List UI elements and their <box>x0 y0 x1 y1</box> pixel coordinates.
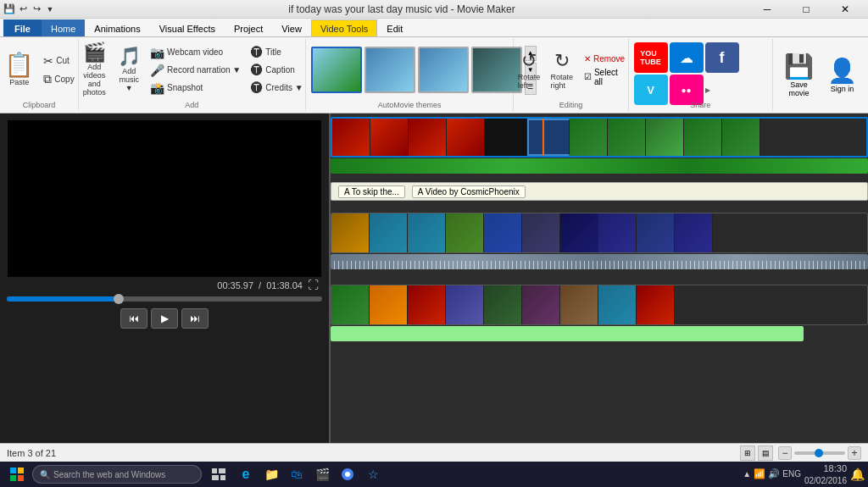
fast-forward-button[interactable]: ⏭ <box>181 308 209 329</box>
select-all-button[interactable]: ☑ Select all <box>581 66 628 88</box>
narration-button[interactable]: 🎤 Record narration ▼ <box>147 62 244 79</box>
save-movie-button[interactable]: 💾 Save movie <box>780 50 818 100</box>
f4-8 <box>598 285 637 324</box>
taskbar-media-icon[interactable]: 🎬 <box>310 462 334 486</box>
progress-thumb[interactable] <box>114 294 124 304</box>
snapshot-button[interactable]: 📸 Snapshot <box>147 80 244 97</box>
timeline-view-button[interactable]: ▤ <box>758 445 773 461</box>
caption-skip[interactable]: A To skip the... <box>338 185 405 198</box>
rewind-button[interactable]: ⏮ <box>120 308 147 329</box>
sign-in-icon: 👤 <box>827 57 857 85</box>
volume-icon[interactable]: 🔊 <box>768 468 780 479</box>
f3-4 <box>446 213 484 252</box>
timeline-panel[interactable]: A To skip the... A Video by CosmicPhoeni… <box>331 113 868 443</box>
qat-undo-icon[interactable]: ↩ <box>17 3 29 15</box>
rotate-group: ↺ Rotateleft ↻ Rotateright <box>514 47 577 92</box>
paste-button[interactable]: 📋 Paste <box>0 51 38 89</box>
add-videos-icon: 🎬 <box>83 43 106 62</box>
tab-visual-effects[interactable]: Visual Effects <box>150 19 225 36</box>
f4-6 <box>522 285 560 324</box>
add-content: 🎬 Add videosand photos 🎵 Addmusic ▼ 📷 We… <box>77 41 307 109</box>
tab-video-tools[interactable]: Video Tools <box>311 19 377 36</box>
zoom-control: − + <box>778 446 861 460</box>
taskbar-search[interactable]: 🔍 Search the web and Windows <box>32 465 202 484</box>
frame-5 <box>570 119 608 156</box>
taskbar-explorer-icon[interactable]: 📁 <box>259 462 283 486</box>
cut-button[interactable]: ✂ Cut <box>40 53 77 69</box>
fullscreen-icon[interactable]: ⛶ <box>308 279 319 291</box>
editing-content: ↺ Rotateleft ↻ Rotateright ✕ Remove ☑ Se… <box>514 41 628 109</box>
video-track-1[interactable] <box>331 117 868 158</box>
qat-dropdown-icon[interactable]: ▼ <box>44 3 56 15</box>
tab-edit[interactable]: Edit <box>377 19 412 36</box>
tab-view[interactable]: View <box>272 19 311 36</box>
audio-waveform-4-light <box>331 326 804 341</box>
qat-save-icon[interactable]: 💾 <box>3 3 15 15</box>
zoom-slider[interactable] <box>794 451 845 455</box>
title-button[interactable]: 🅣 Title <box>248 44 306 61</box>
tab-home[interactable]: Home <box>42 19 85 36</box>
caption-cosmic[interactable]: A Video by CosmicPhoenix <box>412 185 526 198</box>
play-button[interactable]: ▶ <box>151 308 178 329</box>
close-button[interactable]: ✕ <box>826 0 865 19</box>
tab-animations[interactable]: Animations <box>85 19 149 36</box>
notification-icon[interactable]: 🔔 <box>850 468 865 481</box>
youtube-button[interactable]: YOUTUBE <box>634 42 668 73</box>
taskbar-store-icon[interactable]: 🛍 <box>285 462 309 486</box>
add-extras-group: 📷 Webcam video 🎤 Record narration ▼ 📸 Sn… <box>147 44 244 97</box>
preview-current-time: 00:35.97 <box>217 280 253 291</box>
svg-rect-1 <box>18 468 24 473</box>
network-icon[interactable]: 📶 <box>754 468 765 479</box>
maximize-button[interactable]: □ <box>787 0 826 19</box>
webcam-button[interactable]: 📷 Webcam video <box>147 44 244 61</box>
facebook-button[interactable]: f <box>705 42 739 73</box>
svg-rect-5 <box>219 468 225 473</box>
tray-arrow-icon[interactable]: ▲ <box>743 469 751 479</box>
share-group: YOUTUBE ☁ f V ●● ▶ Share <box>629 39 773 111</box>
credits-button[interactable]: 🅣 Credits ▼ <box>248 80 306 97</box>
skydrive-button[interactable]: ☁ <box>670 42 704 73</box>
track-video-4 <box>331 285 868 341</box>
minimize-button[interactable]: ─ <box>748 0 787 19</box>
qat-redo-icon[interactable]: ↪ <box>31 3 42 15</box>
rotate-right-button[interactable]: ↻ Rotateright <box>546 47 577 92</box>
preview-progress-bar[interactable] <box>7 296 322 302</box>
copy-button[interactable]: ⧉ Copy <box>40 70 77 88</box>
share-icons: YOUTUBE ☁ f V ●● ▶ <box>634 42 767 105</box>
audio-waveform-3 <box>331 254 868 269</box>
vimeo-button[interactable]: V <box>634 75 668 105</box>
theme-3[interactable] <box>418 47 469 93</box>
keyboard-icon[interactable]: ENG <box>782 469 801 479</box>
zoom-out-button[interactable]: − <box>778 446 792 460</box>
preview-total-time: 01:38.04 <box>266 280 303 291</box>
rotate-right-icon: ↻ <box>554 50 570 72</box>
taskbar-app7-icon[interactable]: ☆ <box>361 462 385 486</box>
rotate-left-button[interactable]: ↺ Rotateleft <box>514 47 545 92</box>
remove-button[interactable]: ✕ Remove <box>581 53 628 65</box>
add-music-button[interactable]: 🎵 Addmusic ▼ <box>114 45 143 95</box>
taskbar-chrome-icon[interactable] <box>336 462 359 486</box>
sign-in-button[interactable]: 👤 Sign in <box>823 54 861 96</box>
automovie-themes-group: ▲ ▼ ☰ AutoMovie themes <box>306 39 515 111</box>
add-videos-button[interactable]: 🎬 Add videosand photos <box>77 41 111 99</box>
video-track-4[interactable] <box>331 285 868 325</box>
task-view-button[interactable] <box>207 462 231 486</box>
taskbar-clock[interactable]: 18:30 02/02/2016 <box>804 462 847 485</box>
taskbar-edge-icon[interactable]: e <box>234 462 258 486</box>
film-frames-4 <box>331 285 867 324</box>
zoom-in-button[interactable]: + <box>848 446 861 460</box>
editing-group: ↺ Rotateleft ↻ Rotateright ✕ Remove ☑ Se… <box>514 39 628 111</box>
tab-project[interactable]: Project <box>225 19 272 36</box>
selected-frame[interactable] <box>527 119 570 156</box>
storyboard-view-button[interactable]: ⊞ <box>740 445 755 461</box>
theme-1[interactable] <box>311 47 362 93</box>
tab-file[interactable]: File <box>3 19 42 36</box>
svg-rect-6 <box>212 475 219 480</box>
start-button[interactable] <box>3 462 31 486</box>
caption-button[interactable]: 🅣 Caption <box>248 62 306 79</box>
theme-2[interactable] <box>364 47 415 93</box>
copy-icon: ⧉ <box>43 72 52 86</box>
caption-icon: 🅣 <box>251 64 263 77</box>
video-track-3[interactable] <box>331 213 868 253</box>
credits-icon: 🅣 <box>251 81 263 95</box>
